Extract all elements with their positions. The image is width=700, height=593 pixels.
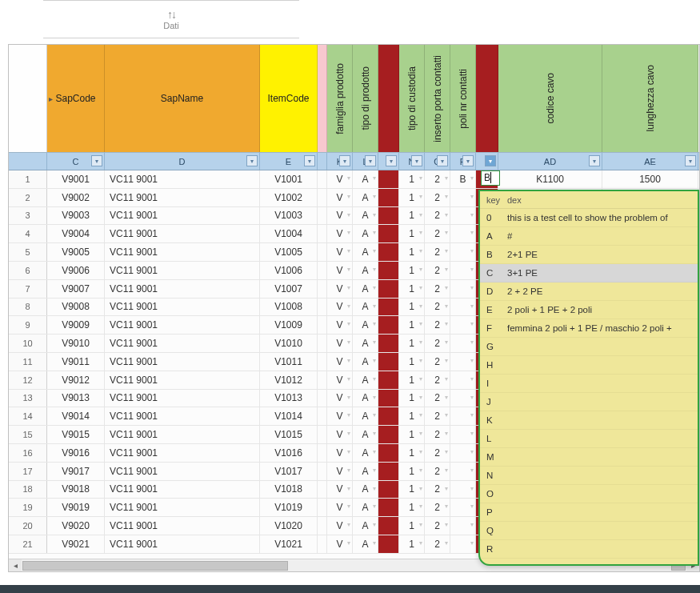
cell-sapname[interactable]: VC11 9001 <box>105 280 260 298</box>
cell-polinr[interactable]: ▾ <box>450 481 476 499</box>
col-N[interactable]: N <box>399 153 425 170</box>
cell-inserto[interactable]: 2▾ <box>425 170 450 188</box>
cell-dropdown-icon[interactable]: ▾ <box>470 303 474 310</box>
cell-inserto[interactable]: 2▾ <box>425 335 450 352</box>
cell-sapname[interactable]: VC11 9001 <box>105 170 260 188</box>
cell-famiglia[interactable]: V▾ <box>327 426 353 443</box>
col-P[interactable]: P <box>450 153 476 170</box>
cell-dropdown-icon[interactable]: ▾ <box>419 539 422 547</box>
filter-icon[interactable] <box>246 155 258 166</box>
cell-red-spacer1[interactable] <box>378 189 399 206</box>
cell-famiglia[interactable]: V▾ <box>327 463 353 480</box>
col-D[interactable]: D <box>105 153 260 170</box>
cell-dropdown-icon[interactable]: ▾ <box>419 503 422 510</box>
cell-tipocustodia[interactable]: 1▾ <box>399 353 425 371</box>
cell-polinr[interactable]: ▾ <box>450 335 476 352</box>
cell-itemcode[interactable]: V1015 <box>260 426 318 443</box>
row-number[interactable]: 12 <box>9 371 47 389</box>
row-number[interactable]: 1 <box>9 170 47 188</box>
col-AD[interactable]: AD <box>498 153 602 170</box>
cell-red-spacer1[interactable] <box>378 535 399 553</box>
cell-itemcode[interactable]: V1017 <box>260 463 318 480</box>
cell-tipoprodotto[interactable]: A▾ <box>353 535 378 553</box>
cell-itemcode[interactable]: V1010 <box>260 335 318 352</box>
cell-itemcode[interactable]: V1011 <box>260 353 318 371</box>
cell-inserto[interactable]: 2▾ <box>425 280 450 298</box>
expand-icon[interactable]: ▸ <box>49 94 53 103</box>
active-cell-editor[interactable]: B <box>481 170 500 186</box>
cell-tipoprodotto[interactable]: A▾ <box>353 371 378 389</box>
cell-dropdown-icon[interactable]: ▾ <box>347 247 350 254</box>
cell-dropdown-icon[interactable]: ▾ <box>347 229 350 236</box>
cell-dropdown-icon[interactable]: ▾ <box>347 394 350 401</box>
cell-inserto[interactable]: 2▾ <box>425 207 450 225</box>
cell-dropdown-icon[interactable]: ▾ <box>419 411 422 419</box>
cell-dropdown-icon[interactable]: ▾ <box>373 430 376 437</box>
cell-dropdown-icon[interactable]: ▾ <box>419 320 422 327</box>
cell-tipocustodia[interactable]: 1▾ <box>399 463 425 480</box>
dropdown-item[interactable]: I <box>480 375 698 393</box>
cell-sapname[interactable]: VC11 9001 <box>105 316 260 334</box>
col-E[interactable]: E <box>260 153 318 170</box>
cell-red-spacer1[interactable] <box>378 499 399 516</box>
cell-dropdown-icon[interactable]: ▾ <box>419 448 422 455</box>
cell-itemcode[interactable]: V1012 <box>260 371 318 389</box>
cell-itemcode[interactable]: V1016 <box>260 444 318 462</box>
dropdown-item[interactable]: Ffemmina 2 poli + 1 PE / maschio 2 poli … <box>480 319 698 338</box>
cell-itemcode[interactable]: V1008 <box>260 299 318 316</box>
cell-dropdown-icon[interactable]: ▾ <box>419 211 422 218</box>
cell-dropdown-icon[interactable]: ▾ <box>419 394 422 401</box>
dropdown-item[interactable]: M <box>480 448 698 467</box>
cell-dropdown-icon[interactable]: ▾ <box>347 284 350 291</box>
cell-dropdown-icon[interactable]: ▾ <box>373 411 376 419</box>
scroll-left-icon[interactable]: ◂ <box>9 559 22 572</box>
cell-pink-spacer[interactable] <box>318 499 327 516</box>
cell-sapname[interactable]: VC11 9001 <box>105 444 260 462</box>
cell-dropdown-icon[interactable]: ▾ <box>419 467 422 474</box>
dropdown-item[interactable]: H <box>480 356 698 375</box>
cell-tipoprodotto[interactable]: A▾ <box>353 517 378 535</box>
cell-itemcode[interactable]: V1009 <box>260 316 318 334</box>
cell-tipocustodia[interactable]: 1▾ <box>399 225 425 242</box>
dropdown-item[interactable]: O <box>480 485 698 503</box>
cell-famiglia[interactable]: V▾ <box>327 517 353 535</box>
cell-dropdown-icon[interactable]: ▾ <box>347 430 350 437</box>
dropdown-item[interactable]: D2 + 2 PE <box>480 282 698 301</box>
cell-red-spacer1[interactable] <box>378 299 399 316</box>
filter-icon[interactable] <box>339 155 350 166</box>
cell-polinr[interactable]: ▾ <box>450 189 476 206</box>
cell-dropdown-icon[interactable]: ▾ <box>347 193 350 200</box>
cell-pink-spacer[interactable] <box>318 299 327 316</box>
cell-itemcode[interactable]: V1004 <box>260 225 318 242</box>
cell-dropdown-icon[interactable]: ▾ <box>470 394 474 401</box>
cell-dropdown-icon[interactable]: ▾ <box>470 485 474 492</box>
cell-red-spacer1[interactable] <box>378 225 399 242</box>
cell-red-spacer1[interactable] <box>378 426 399 443</box>
cell-tipocustodia[interactable]: 1▾ <box>399 280 425 298</box>
row-number[interactable]: 21 <box>9 535 47 553</box>
cell-dropdown-icon[interactable]: ▾ <box>373 467 376 474</box>
scroll-thumb[interactable] <box>22 561 288 571</box>
cell-itemcode[interactable]: V1007 <box>260 280 318 298</box>
cell-pink-spacer[interactable] <box>318 243 327 261</box>
cell-polinr[interactable]: ▾ <box>450 371 476 389</box>
cell-famiglia[interactable]: V▾ <box>327 335 353 352</box>
cell-red-spacer1[interactable] <box>378 280 399 298</box>
cell-tipoprodotto[interactable]: A▾ <box>353 426 378 443</box>
cell-famiglia[interactable]: V▾ <box>327 189 353 206</box>
cell-sapcode[interactable]: V9021 <box>47 535 105 553</box>
cell-tipocustodia[interactable]: 1▾ <box>399 535 425 553</box>
cell-tipoprodotto[interactable]: A▾ <box>353 390 378 407</box>
row-number[interactable]: 19 <box>9 499 47 516</box>
cell-pink-spacer[interactable] <box>318 390 327 407</box>
cell-pink-spacer[interactable] <box>318 371 327 389</box>
cell-dropdown-icon[interactable]: ▾ <box>373 284 376 291</box>
cell-dropdown-icon[interactable]: ▾ <box>419 521 422 528</box>
cell-sapcode[interactable]: V9007 <box>47 280 105 298</box>
cell-tipocustodia[interactable]: 1▾ <box>399 371 425 389</box>
cell-red-spacer1[interactable] <box>378 463 399 480</box>
row-number[interactable]: 15 <box>9 426 47 443</box>
cell-dropdown-icon[interactable]: ▾ <box>347 503 350 510</box>
cell-dropdown-icon[interactable]: ▾ <box>373 448 376 455</box>
cell-tipocustodia[interactable]: 1▾ <box>399 299 425 316</box>
